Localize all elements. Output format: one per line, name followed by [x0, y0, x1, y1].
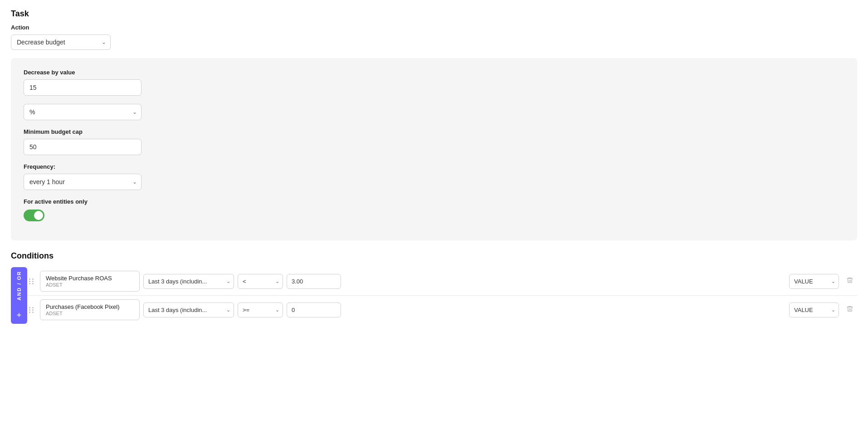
conditions-title: Conditions [11, 251, 857, 261]
condition-metric-2: Purchases (Facebook Pixel) ADSET [40, 299, 140, 320]
table-row: Purchases (Facebook Pixel) ADSET Last 3 … [27, 296, 857, 324]
and-or-badge[interactable]: AND / OR + [11, 267, 27, 324]
table-row: Website Purchase ROAS ADSET Last 3 days … [27, 267, 857, 296]
decrease-by-value-label: Decrease by value [24, 69, 844, 76]
time-range-select-wrapper-2: Last 3 days (includin... ⌄ [143, 303, 234, 317]
condition-type-select-wrapper-2: VALUE ⌄ [789, 303, 839, 317]
operator-select-wrapper-1: < <= > >= = ⌄ [238, 274, 283, 289]
drag-dots-icon-2 [29, 307, 34, 313]
unit-select[interactable]: % Fixed [24, 104, 141, 120]
action-select-wrapper: Decrease budget Increase budget Pause ⌄ [11, 34, 111, 50]
frequency-label: Frequency: [24, 163, 844, 170]
operator-select-1[interactable]: < <= > >= = [238, 274, 283, 289]
time-range-select-1[interactable]: Last 3 days (includin... [143, 274, 234, 289]
decrease-by-value-group: Decrease by value [24, 69, 844, 96]
condition-type-select-2[interactable]: VALUE [789, 303, 839, 317]
metric-name-2: Purchases (Facebook Pixel) [46, 303, 134, 310]
condition-type-select-wrapper-1: VALUE ⌄ [789, 274, 839, 289]
trash-icon-1 [846, 277, 853, 286]
unit-select-wrapper: % Fixed ⌄ [24, 104, 141, 120]
condition-type-select-1[interactable]: VALUE [789, 274, 839, 289]
active-entities-toggle[interactable] [24, 210, 44, 221]
operator-select-wrapper-2: < <= > >= = ⌄ [238, 303, 283, 317]
condition-metric-1: Website Purchase ROAS ADSET [40, 271, 140, 292]
minimum-budget-cap-input[interactable] [24, 139, 141, 155]
drag-dots-icon [29, 278, 34, 284]
page-title: Task [11, 9, 857, 19]
metric-sub-2: ADSET [46, 311, 134, 316]
add-condition-button[interactable]: + [17, 311, 22, 320]
task-body: Decrease by value % Fixed ⌄ Minimum budg… [11, 58, 857, 240]
toggle-slider [24, 210, 44, 221]
delete-condition-button-1[interactable] [843, 275, 857, 288]
active-entities-group: For active entities only [24, 198, 844, 221]
action-label: Action [11, 24, 857, 31]
conditions-container: AND / OR + Website Purchase ROAS [11, 267, 857, 324]
frequency-group: Frequency: every 1 hour every 2 hours ev… [24, 163, 844, 190]
action-select[interactable]: Decrease budget Increase budget Pause [11, 34, 111, 50]
conditions-rows: Website Purchase ROAS ADSET Last 3 days … [27, 267, 857, 324]
condition-value-input-2[interactable] [287, 303, 341, 317]
trash-icon-2 [846, 305, 853, 315]
delete-condition-button-2[interactable] [843, 303, 857, 317]
action-group: Action Decrease budget Increase budget P… [11, 24, 857, 50]
and-or-label: AND / OR [16, 271, 22, 301]
time-range-select-wrapper-1: Last 3 days (includin... ⌄ [143, 274, 234, 289]
drag-handle[interactable] [27, 278, 36, 284]
active-entities-label: For active entities only [24, 198, 844, 205]
metric-sub-1: ADSET [46, 282, 134, 288]
page-container: Task Action Decrease budget Increase bud… [0, 0, 868, 333]
operator-select-2[interactable]: < <= > >= = [238, 303, 283, 317]
frequency-select[interactable]: every 1 hour every 2 hours every 6 hours… [24, 174, 141, 190]
condition-value-input-1[interactable] [287, 274, 341, 289]
metric-name-1: Website Purchase ROAS [46, 275, 134, 282]
drag-handle-2[interactable] [27, 307, 36, 313]
time-range-select-2[interactable]: Last 3 days (includin... [143, 303, 234, 317]
conditions-section: Conditions AND / OR + [11, 251, 857, 324]
decrease-by-value-input[interactable] [24, 79, 141, 96]
minimum-budget-cap-label: Minimum budget cap [24, 128, 844, 135]
minimum-budget-cap-group: Minimum budget cap [24, 128, 844, 155]
frequency-select-wrapper: every 1 hour every 2 hours every 6 hours… [24, 174, 141, 190]
unit-group: % Fixed ⌄ [24, 104, 844, 120]
